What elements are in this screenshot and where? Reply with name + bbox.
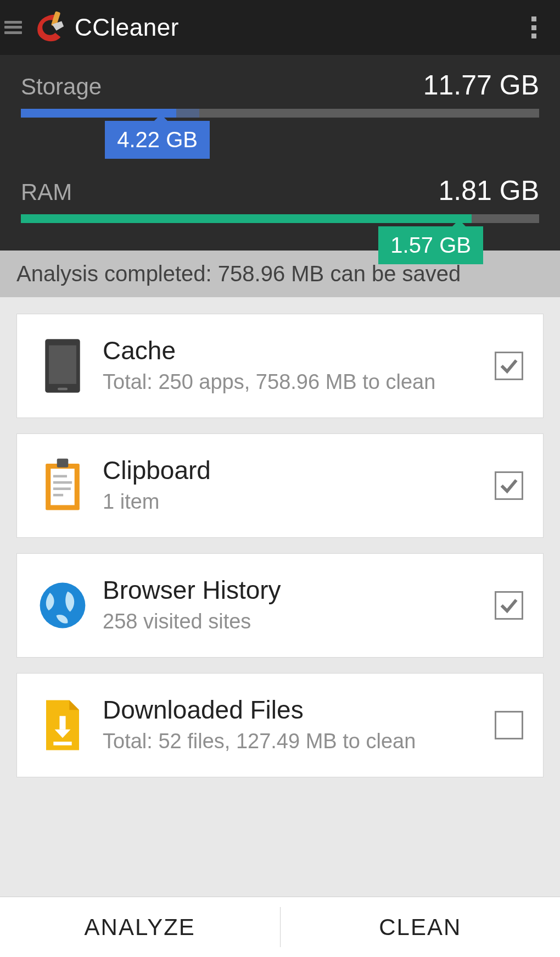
list-item-browser-history[interactable]: Browser History 258 visited sites [16,553,544,658]
storage-bar-fill [21,109,176,118]
analyze-button[interactable]: ANALYZE [0,897,280,957]
globe-icon [32,572,93,638]
svg-rect-10 [53,494,63,497]
svg-rect-12 [59,716,65,729]
stats-panel: Storage 11.77 GB 4.22 GB RAM 1.81 GB 1.5… [0,55,560,251]
storage-used-badge: 4.22 GB [105,121,210,159]
ram-label: RAM [21,179,72,205]
item-subtitle: 1 item [103,488,485,515]
item-subtitle: Total: 52 files, 127.49 MB to clean [103,728,485,755]
item-subtitle: 258 visited sites [103,608,485,635]
clean-button[interactable]: CLEAN [281,897,561,957]
storage-label: Storage [21,74,102,100]
checkbox[interactable] [495,352,523,380]
ram-stat: RAM 1.81 GB 1.57 GB [21,175,539,223]
list-item-downloaded-files[interactable]: Downloaded Files Total: 52 files, 127.49… [16,673,544,777]
overflow-menu-icon[interactable] [523,14,545,41]
svg-rect-13 [53,742,71,745]
checkbox[interactable] [495,591,523,620]
ccleaner-logo-icon [32,10,66,44]
svg-rect-3 [58,388,68,391]
clipboard-icon [32,453,93,519]
item-title: Cache [103,336,485,365]
item-title: Downloaded Files [103,695,485,725]
ram-total: 1.81 GB [439,175,539,207]
svg-rect-6 [57,459,69,468]
download-file-icon [32,692,93,758]
ram-bar-fill [21,214,472,223]
bottom-action-bar: ANALYZE CLEAN [0,897,560,957]
svg-rect-5 [51,469,74,505]
app-bar: CCleaner [0,0,560,55]
item-subtitle: Total: 250 apps, 758.96 MB to clean [103,369,485,396]
list-item-clipboard[interactable]: Clipboard 1 item [16,433,544,538]
svg-rect-9 [53,487,71,490]
checkbox[interactable] [495,711,523,739]
svg-rect-7 [53,475,67,478]
ram-used-badge: 1.57 GB [378,226,483,264]
app-title: CCleaner [75,14,179,41]
menu-icon[interactable] [2,16,24,38]
item-title: Browser History [103,575,485,605]
checkbox[interactable] [495,471,523,500]
device-icon [32,333,93,399]
item-title: Clipboard [103,455,485,485]
svg-rect-2 [49,346,76,384]
storage-total: 11.77 GB [423,69,539,101]
cleanup-list: Cache Total: 250 apps, 758.96 MB to clea… [0,297,560,897]
storage-stat: Storage 11.77 GB 4.22 GB [21,69,539,118]
svg-rect-8 [53,481,72,484]
storage-bar-track [21,109,539,118]
list-item-cache[interactable]: Cache Total: 250 apps, 758.96 MB to clea… [16,314,544,418]
